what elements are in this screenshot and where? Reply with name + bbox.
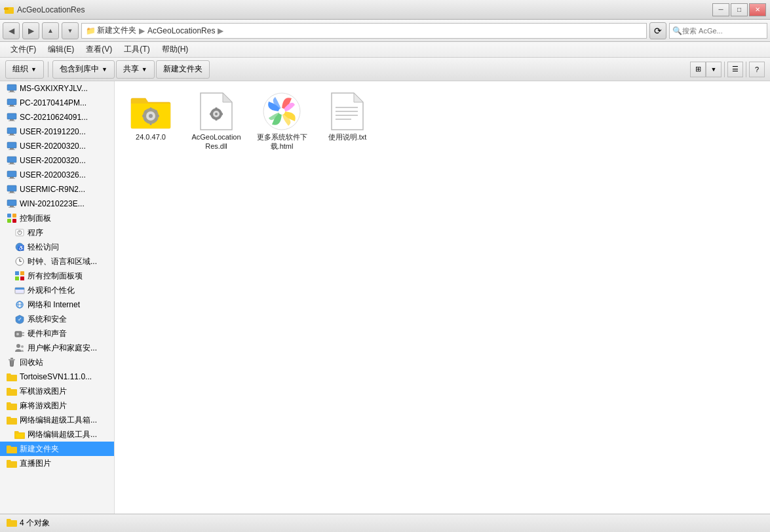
sidebar-label-clock: 时钟、语言和区域... xyxy=(28,256,97,267)
help-button[interactable]: ? xyxy=(749,62,765,77)
file-item-html[interactable]: 更多系统软件下载.html xyxy=(252,88,311,154)
forward-button[interactable]: ▶ xyxy=(22,22,39,39)
title-buttons: ─ □ ✕ xyxy=(712,3,766,16)
svg-rect-28 xyxy=(10,206,14,207)
sidebar-label-user2: USER-20200320... xyxy=(20,142,86,151)
organize-button[interactable]: 组织 ▼ xyxy=(5,60,44,79)
svg-rect-65 xyxy=(142,115,145,117)
crumb-2[interactable]: AcGeoLocationRes xyxy=(147,26,215,35)
search-box[interactable]: 🔍 xyxy=(669,23,767,39)
address-path[interactable]: 📁 新建文件夹 ▶ AcGeoLocationRes ▶ xyxy=(81,23,647,39)
sidebar-item-recycle[interactable]: 回收站 xyxy=(0,355,114,370)
share-button[interactable]: 共享 ▼ xyxy=(116,60,155,79)
menu-tools[interactable]: 工具(T) xyxy=(119,43,155,56)
svg-rect-6 xyxy=(7,99,16,105)
sidebar-item-system[interactable]: ✓ 系统和安全 xyxy=(0,312,114,326)
folder-icon-small: 📁 xyxy=(86,26,96,35)
view-details[interactable]: ☰ xyxy=(727,62,743,77)
minimize-button[interactable]: ─ xyxy=(712,3,729,16)
view-buttons: ⊞ ▼ ☰ ? xyxy=(690,62,765,77)
sidebar-item-user1[interactable]: USER-20191220... xyxy=(0,124,114,139)
toolbar: 组织 ▼ 包含到库中 ▼ 共享 ▼ 新建文件夹 ⊞ ▼ ☰ ? xyxy=(0,58,770,81)
svg-rect-31 xyxy=(12,214,16,218)
file-panel[interactable]: 24.0.47.0 xyxy=(115,81,770,514)
svg-rect-76 xyxy=(216,107,218,109)
include-button[interactable]: 包含到库中 ▼ xyxy=(52,60,115,79)
sidebar-label-chess: 军棋游戏图片 xyxy=(20,386,67,397)
folder-icon-ne xyxy=(7,415,17,425)
sidebar-item-pc-20170414pm[interactable]: PC-20170414PM... xyxy=(0,96,114,110)
computer-icon xyxy=(7,83,17,94)
appearance-icon xyxy=(14,285,25,295)
computer-icon-3 xyxy=(7,112,17,123)
ease-icon: ♿ xyxy=(14,242,25,252)
sidebar-item-clock[interactable]: 时钟、语言和区域... xyxy=(0,254,114,269)
file-item-folder[interactable]: 24.0.47.0 xyxy=(121,88,180,154)
sidebar-item-neteditor2[interactable]: 网络编辑超级工具... xyxy=(0,427,114,442)
sidebar-item-newfolder[interactable]: 新建文件夹 xyxy=(0,442,114,456)
sidebar-label-system: 系统和安全 xyxy=(28,314,67,325)
menu-help[interactable]: 帮助(H) xyxy=(157,43,194,56)
sidebar-label-programs: 程序 xyxy=(28,227,43,238)
svg-rect-26 xyxy=(9,193,15,193)
menu-view[interactable]: 查看(V) xyxy=(81,43,117,56)
crumb-1[interactable]: 新建文件夹 xyxy=(97,25,136,36)
sidebar-item-hardware[interactable]: 硬件和声音 xyxy=(0,326,114,341)
search-input[interactable] xyxy=(682,27,764,35)
close-button[interactable]: ✕ xyxy=(749,3,766,16)
sidebar-item-users[interactable]: 用户帐户和家庭安... xyxy=(0,341,114,355)
folder-icon-new xyxy=(7,444,17,454)
sidebar-item-user4[interactable]: USER-20200326... xyxy=(0,168,114,182)
sidebar-item-ease[interactable]: ♿ 轻松访问 xyxy=(0,240,114,254)
sidebar-item-control-panel[interactable]: 控制面板 xyxy=(0,211,114,225)
svg-rect-9 xyxy=(7,113,16,119)
status-folder-icon xyxy=(7,518,17,529)
up-button[interactable]: ▲ xyxy=(42,22,59,39)
sidebar-item-all-control[interactable]: 所有控制面板项 xyxy=(0,269,114,283)
folder-icon-large xyxy=(130,90,172,132)
svg-rect-10 xyxy=(10,119,14,121)
sidebar-item-live[interactable]: 直播图片 xyxy=(0,456,114,470)
svg-rect-15 xyxy=(7,142,16,148)
svg-rect-18 xyxy=(7,157,16,162)
file-name-txt: 使用说明.txt xyxy=(328,132,367,142)
sidebar-item-user3[interactable]: USER-20200320... xyxy=(0,153,114,168)
refresh-button[interactable]: ⟳ xyxy=(649,22,666,39)
sidebar-label-ms: MS-GXKIXRYJLV... xyxy=(20,84,88,93)
file-name-dll: AcGeoLocationRes.dll xyxy=(189,132,243,151)
svg-rect-25 xyxy=(10,191,14,193)
toolbar-sep-1 xyxy=(48,62,48,77)
menu-edit[interactable]: 编辑(E) xyxy=(43,43,79,56)
sidebar-item-appearance[interactable]: 外观和个性化 xyxy=(0,283,114,297)
maximize-button[interactable]: □ xyxy=(731,3,748,16)
sidebar-item-sc[interactable]: SC-20210624091... xyxy=(0,110,114,124)
recent-button[interactable]: ▼ xyxy=(62,22,79,39)
sidebar-item-chess[interactable]: 军棋游戏图片 xyxy=(0,384,114,398)
file-item-dll[interactable]: AcGeoLocationRes.dll xyxy=(187,88,246,154)
svg-rect-64 xyxy=(150,123,152,125)
sidebar-item-ms-gxkixryjlv[interactable]: MS-GXKIXRYJLV... xyxy=(0,81,114,96)
sidebar-item-programs[interactable]: 程序 xyxy=(0,225,114,240)
sidebar-item-mahjong[interactable]: 麻将游戏图片 xyxy=(0,398,114,413)
grid-icon xyxy=(14,271,25,281)
sidebar-item-tortoisesvn[interactable]: TortoiseSVN1.11.0... xyxy=(0,370,114,384)
sidebar-item-win[interactable]: WIN-20210223E... xyxy=(0,197,114,211)
users-icon xyxy=(14,343,25,353)
svg-rect-14 xyxy=(9,135,15,136)
file-item-txt[interactable]: 使用说明.txt xyxy=(318,88,377,154)
sidebar-item-user2[interactable]: USER-20200320... xyxy=(0,139,114,153)
view-chevron[interactable]: ▼ xyxy=(706,62,722,77)
menu-file[interactable]: 文件(F) xyxy=(5,43,41,56)
file-grid: 24.0.47.0 xyxy=(121,88,763,154)
sidebar-item-neteditor[interactable]: 网络编辑超级工具箱... xyxy=(0,413,114,427)
sidebar-item-network[interactable]: 网络和 Internet xyxy=(0,297,114,312)
new-folder-button[interactable]: 新建文件夹 xyxy=(156,60,210,79)
svg-rect-33 xyxy=(12,219,16,223)
back-button[interactable]: ◀ xyxy=(3,22,20,39)
svg-rect-13 xyxy=(10,134,14,135)
computer-icon-6 xyxy=(7,155,17,166)
view-large-icon[interactable]: ⊞ xyxy=(690,62,706,77)
toolbar-sep-3 xyxy=(746,62,746,77)
sidebar-item-usermic[interactable]: USERMIC-R9N2... xyxy=(0,182,114,197)
folder-icon-c xyxy=(7,386,17,396)
